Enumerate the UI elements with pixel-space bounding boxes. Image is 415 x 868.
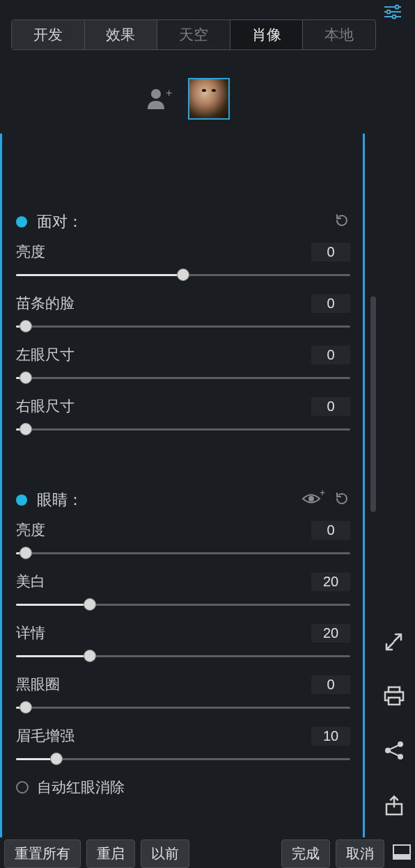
section-eyes: 眼睛： + bbox=[16, 490, 350, 511]
svg-point-3 bbox=[396, 6, 399, 9]
section-face-title: 面对： bbox=[37, 211, 327, 232]
face-selector-row: + bbox=[0, 77, 376, 121]
slider-label: 亮度 bbox=[16, 520, 45, 540]
tab-sky[interactable]: 天空 bbox=[157, 20, 230, 49]
slider-label: 详情 bbox=[16, 623, 45, 643]
done-button[interactable]: 完成 bbox=[281, 839, 330, 868]
section-dot-icon bbox=[16, 495, 27, 506]
reset-all-button[interactable]: 重置所有 bbox=[4, 839, 81, 868]
slider-label: 苗条的脸 bbox=[16, 294, 75, 313]
export-icon[interactable] bbox=[384, 794, 405, 819]
tab-portrait[interactable]: 肖像 bbox=[230, 20, 304, 49]
svg-rect-20 bbox=[393, 854, 410, 859]
slider-left-eye: 左眼尺寸 0 bbox=[16, 345, 350, 384]
slider-track[interactable] bbox=[16, 371, 350, 384]
slider-dark-circle: 黑眼圈 0 bbox=[16, 675, 350, 714]
before-button[interactable]: 以前 bbox=[141, 839, 189, 868]
slider-track[interactable] bbox=[16, 753, 350, 765]
svg-point-14 bbox=[386, 748, 390, 753]
slider-eye-brightness: 亮度 0 bbox=[16, 520, 350, 559]
slider-value[interactable]: 0 bbox=[311, 521, 350, 540]
svg-point-5 bbox=[393, 15, 396, 19]
slider-label: 黑眼圈 bbox=[16, 675, 60, 694]
tab-effects[interactable]: 效果 bbox=[85, 20, 158, 49]
add-person-icon[interactable]: + bbox=[146, 87, 174, 111]
slider-track[interactable] bbox=[16, 320, 350, 332]
face-thumbnail[interactable] bbox=[188, 78, 230, 120]
slider-track[interactable] bbox=[16, 423, 350, 435]
svg-line-16 bbox=[390, 746, 399, 750]
layout-icon[interactable] bbox=[393, 844, 411, 862]
svg-text:+: + bbox=[320, 490, 325, 498]
slider-track[interactable] bbox=[16, 598, 350, 611]
reset-eyes-icon[interactable] bbox=[334, 490, 350, 510]
slider-value[interactable]: 20 bbox=[311, 624, 350, 643]
svg-point-8 bbox=[308, 496, 314, 501]
share-icon[interactable] bbox=[384, 740, 405, 764]
slider-face-brightness: 亮度 0 bbox=[16, 242, 350, 281]
portrait-panel: 面对： 亮度 0 苗条的脸 0 左眼尺寸 bbox=[0, 134, 365, 837]
section-face: 面对： bbox=[16, 211, 350, 232]
eye-plus-icon[interactable]: + bbox=[302, 490, 327, 511]
svg-point-13 bbox=[398, 742, 402, 746]
slider-label: 亮度 bbox=[16, 242, 45, 262]
slider-detail: 详情 20 bbox=[16, 623, 350, 662]
slider-value[interactable]: 0 bbox=[311, 243, 350, 262]
slider-right-eye: 右眼尺寸 0 bbox=[16, 396, 350, 435]
slider-value[interactable]: 0 bbox=[311, 397, 350, 416]
cancel-button[interactable]: 取消 bbox=[336, 839, 384, 868]
slider-value[interactable]: 0 bbox=[311, 675, 350, 694]
slider-track[interactable] bbox=[16, 547, 350, 559]
slider-slim-face: 苗条的脸 0 bbox=[16, 294, 350, 332]
reset-face-icon[interactable] bbox=[334, 212, 350, 232]
svg-point-15 bbox=[398, 755, 402, 759]
slider-label: 左眼尺寸 bbox=[16, 345, 75, 364]
slider-whiten: 美白 20 bbox=[16, 572, 350, 611]
right-toolbar bbox=[383, 632, 405, 819]
slider-label: 右眼尺寸 bbox=[16, 396, 75, 416]
main-tabs: 开发 效果 天空 肖像 本地 bbox=[11, 19, 376, 50]
svg-line-17 bbox=[390, 752, 399, 756]
tab-local[interactable]: 本地 bbox=[303, 20, 375, 49]
svg-point-4 bbox=[387, 10, 391, 14]
checkbox-label: 自动红眼消除 bbox=[37, 778, 125, 797]
svg-rect-12 bbox=[389, 698, 400, 705]
section-eyes-title: 眼睛： bbox=[37, 490, 295, 511]
print-icon[interactable] bbox=[383, 686, 405, 709]
settings-icon[interactable] bbox=[383, 4, 402, 22]
bottom-bar: 重置所有 重启 以前 完成 取消 bbox=[4, 839, 411, 868]
slider-track[interactable] bbox=[16, 268, 350, 281]
slider-label: 美白 bbox=[16, 572, 45, 591]
tab-develop[interactable]: 开发 bbox=[12, 20, 85, 49]
slider-track[interactable] bbox=[16, 701, 350, 714]
slider-eyebrow: 眉毛增强 10 bbox=[16, 726, 350, 765]
slider-value[interactable]: 20 bbox=[311, 572, 350, 591]
auto-redeye-row[interactable]: 自动红眼消除 bbox=[16, 778, 350, 797]
section-dot-icon bbox=[16, 216, 27, 227]
slider-value[interactable]: 0 bbox=[311, 346, 350, 364]
svg-point-6 bbox=[151, 89, 161, 99]
slider-value[interactable]: 10 bbox=[311, 727, 350, 746]
scrollbar[interactable] bbox=[370, 296, 376, 512]
slider-label: 眉毛增强 bbox=[16, 726, 75, 746]
checkbox-icon[interactable] bbox=[16, 781, 29, 794]
slider-value[interactable]: 0 bbox=[311, 294, 350, 313]
expand-icon[interactable] bbox=[384, 632, 405, 655]
restart-button[interactable]: 重启 bbox=[86, 839, 135, 868]
slider-track[interactable] bbox=[16, 650, 350, 662]
svg-text:+: + bbox=[166, 87, 172, 99]
